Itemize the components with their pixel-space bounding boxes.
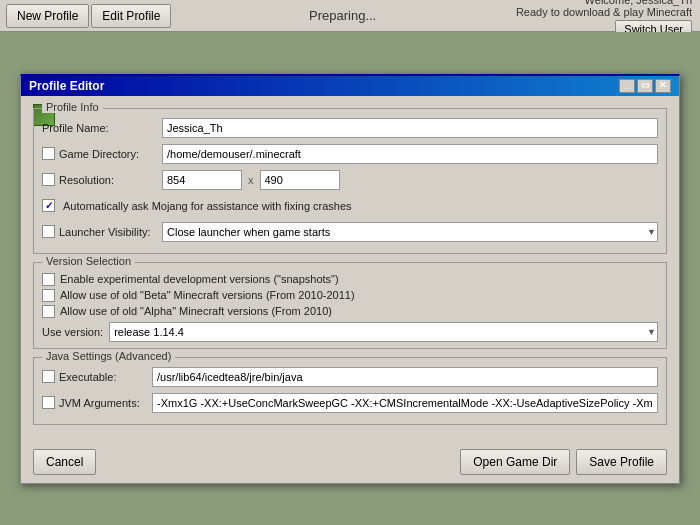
java-settings-label: Java Settings (Advanced) (42, 350, 175, 362)
alpha-checkbox[interactable] (42, 305, 55, 318)
resolution-height-input[interactable] (260, 170, 340, 190)
resolution-width-input[interactable] (162, 170, 242, 190)
snapshots-checkbox[interactable] (42, 273, 55, 286)
game-dir-label: Game Directory: (59, 148, 139, 160)
executable-row: Executable: (42, 366, 658, 388)
auto-mojang-checkbox[interactable] (42, 199, 55, 212)
profile-name-label: Profile Name: (42, 122, 162, 134)
launcher-visibility-row: Launcher Visibility: Close launcher when… (42, 221, 658, 243)
status-text: Preparing... (177, 0, 508, 31)
top-bar-left: New Profile Edit Profile (0, 0, 177, 31)
profile-name-input[interactable] (162, 118, 658, 138)
new-profile-button[interactable]: New Profile (6, 4, 89, 28)
version-selection-section: Version Selection Enable experimental de… (33, 262, 667, 349)
game-dir-input[interactable] (162, 144, 658, 164)
main-area: Profile Editor _ ▭ ✕ Profile Info Profil… (0, 32, 700, 525)
profile-editor-dialog: Profile Editor _ ▭ ✕ Profile Info Profil… (20, 74, 680, 484)
top-bar: New Profile Edit Profile Preparing... We… (0, 0, 700, 32)
resolution-row: Resolution: x (42, 169, 658, 191)
beta-checkbox[interactable] (42, 289, 55, 302)
profile-name-row: Profile Name: (42, 117, 658, 139)
dialog-footer: Cancel Open Game Dir Save Profile (21, 443, 679, 483)
minimize-button[interactable]: _ (619, 79, 635, 93)
use-version-label: Use version: (42, 326, 103, 338)
resolution-x-label: x (248, 174, 254, 186)
executable-label: Executable: (59, 371, 116, 383)
game-dir-checkbox[interactable] (42, 147, 55, 160)
snapshots-row: Enable experimental development versions… (42, 273, 658, 286)
use-version-select[interactable]: release 1.14.4 (109, 322, 658, 342)
game-dir-row: Game Directory: (42, 143, 658, 165)
beta-label: Allow use of old "Beta" Minecraft versio… (60, 289, 355, 301)
jvm-input[interactable] (152, 393, 658, 413)
top-bar-right: Welcome, Jessica_Th Ready to download & … (508, 0, 700, 31)
edit-profile-button[interactable]: Edit Profile (91, 4, 171, 28)
resolution-checkbox[interactable] (42, 173, 55, 186)
alpha-label: Allow use of old "Alpha" Minecraft versi… (60, 305, 332, 317)
dialog-title-bar: Profile Editor _ ▭ ✕ (21, 76, 679, 96)
executable-input[interactable] (152, 367, 658, 387)
alpha-row: Allow use of old "Alpha" Minecraft versi… (42, 305, 658, 318)
jvm-checkbox[interactable] (42, 396, 55, 409)
version-selection-label: Version Selection (42, 255, 135, 267)
dialog-body: Profile Info Profile Name: Game Director… (21, 96, 679, 443)
executable-checkbox[interactable] (42, 370, 55, 383)
launcher-visibility-checkbox[interactable] (42, 225, 55, 238)
jvm-row: JVM Arguments: (42, 392, 658, 414)
save-profile-button[interactable]: Save Profile (576, 449, 667, 475)
launcher-visibility-select[interactable]: Close launcher when game starts (162, 222, 658, 242)
restore-button[interactable]: ▭ (637, 79, 653, 93)
launcher-visibility-label: Launcher Visibility: (59, 226, 151, 238)
cancel-button[interactable]: Cancel (33, 449, 96, 475)
dialog-title: Profile Editor (29, 79, 104, 93)
dialog-title-controls: _ ▭ ✕ (619, 79, 671, 93)
beta-row: Allow use of old "Beta" Minecraft versio… (42, 289, 658, 302)
close-button[interactable]: ✕ (655, 79, 671, 93)
auto-mojang-row: Automatically ask Mojang for assistance … (42, 195, 658, 217)
java-settings-section: Java Settings (Advanced) Executable: (33, 357, 667, 425)
profile-info-label: Profile Info (42, 101, 103, 113)
resolution-label: Resolution: (59, 174, 114, 186)
profile-info-section: Profile Info Profile Name: Game Director… (33, 108, 667, 254)
auto-mojang-label: Automatically ask Mojang for assistance … (63, 200, 352, 212)
use-version-row: Use version: release 1.14.4 ▼ (42, 322, 658, 342)
jvm-label: JVM Arguments: (59, 397, 140, 409)
snapshots-label: Enable experimental development versions… (60, 273, 339, 285)
ready-text: Ready to download & play Minecraft (516, 6, 692, 18)
open-game-dir-button[interactable]: Open Game Dir (460, 449, 570, 475)
